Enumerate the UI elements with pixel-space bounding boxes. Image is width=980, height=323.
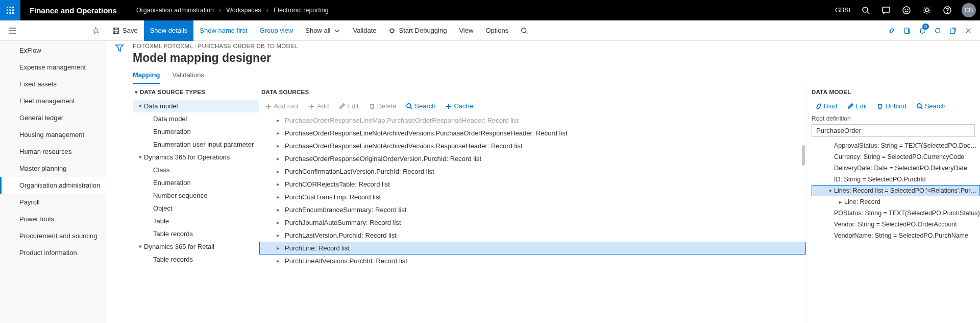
bind-button[interactable]: Bind (812, 101, 841, 111)
show-name-first-button[interactable]: Show name first (193, 20, 253, 41)
attachments-button[interactable] (899, 20, 915, 41)
options-button[interactable]: Options (479, 20, 514, 41)
expander-icon[interactable]: ▸ (275, 206, 282, 213)
tree-row[interactable]: Enumeration (133, 125, 259, 138)
tree-row[interactable]: ▸PurchaseOrderResponseLineNotArchivedVer… (259, 140, 806, 152)
nav-item[interactable]: General ledger (0, 109, 106, 126)
add-button[interactable]: Add (305, 101, 333, 111)
close-button[interactable] (961, 20, 976, 41)
expander-icon[interactable]: ▸ (275, 143, 282, 149)
expander-icon[interactable]: ▸ (275, 258, 282, 264)
tree-row[interactable]: ▸PurchLineAllVersions.PurchId: Record li… (259, 255, 806, 267)
tree-row[interactable]: Enumeration user input parameter (133, 138, 259, 151)
tree-row[interactable]: Enumeration (133, 176, 259, 189)
tree-row[interactable]: ▸PurchJournalAutoSummary: Record list (259, 216, 806, 229)
nav-item[interactable]: Organisation administration (0, 177, 106, 194)
validate-button[interactable]: Validate (347, 20, 382, 41)
tree-row[interactable]: ▸PurchaseOrderResponseLineMap.PurchaseOr… (259, 114, 806, 127)
scrollbar-thumb[interactable] (802, 145, 805, 166)
expander-icon[interactable]: ▸ (275, 194, 282, 200)
cache-button[interactable]: Cache (442, 101, 477, 111)
tree-row[interactable]: ID: String = SelectedPO.PurchId (812, 174, 980, 185)
company-selector[interactable]: GBSI (830, 7, 855, 14)
avatar[interactable]: CB (962, 3, 976, 17)
tree-row[interactable]: Vendor: String = SelectedPO.OrderAccount (812, 219, 980, 230)
tab-mapping[interactable]: Mapping (133, 68, 160, 84)
tree-row[interactable]: ▸PurchaseOrderResponseLineNotArchivedVer… (259, 127, 806, 140)
pin-icon[interactable] (93, 27, 100, 34)
tree-row[interactable]: ▸PurchCORRejectsTable: Record list (259, 178, 806, 191)
nav-item[interactable]: Fleet management (0, 93, 106, 109)
tree-row[interactable]: ▸PurchaseOrderResponseOriginalOrderVersi… (259, 152, 806, 165)
tree-row[interactable]: Object (133, 202, 259, 215)
delete-button[interactable]: Delete (365, 101, 401, 111)
breadcrumb-item[interactable]: Electronic reporting (274, 7, 329, 14)
data-source-types-tree[interactable]: ▾Data modelData modelEnumerationEnumerat… (133, 100, 259, 323)
nav-item[interactable]: Payroll (0, 194, 106, 211)
hamburger-button[interactable] (0, 20, 24, 41)
breadcrumb-item[interactable]: Workspaces (226, 7, 261, 14)
expander-icon[interactable]: ▾ (137, 103, 144, 109)
unbind-button[interactable]: Unbind (873, 101, 910, 111)
nav-item[interactable]: ExFlow (0, 42, 106, 59)
link-button[interactable] (884, 20, 899, 41)
tree-row[interactable]: ▸PurchConfirmationLastVersion.PurchId: R… (259, 165, 806, 178)
start-debugging-button[interactable]: Start Debugging (382, 20, 453, 41)
app-launcher-button[interactable] (0, 0, 20, 20)
nav-item[interactable]: Power tools (0, 211, 106, 227)
show-details-button[interactable]: Show details (144, 20, 194, 41)
tree-row[interactable]: DeliveryDate: Date = SelectedPO.Delivery… (812, 163, 980, 174)
data-sources-tree[interactable]: ▸PurchaseOrderResponseLineMap.PurchaseOr… (259, 114, 806, 323)
expander-icon[interactable]: ▸ (275, 155, 282, 162)
edit-button[interactable]: Edit (335, 101, 362, 111)
tree-row[interactable]: ▾Dynamics 365 for Retail (133, 240, 259, 253)
tree-row[interactable]: ApprovalStatus: String = TEXT(SelectedPO… (812, 140, 980, 151)
show-all-dropdown[interactable]: Show all (299, 20, 347, 41)
search-button[interactable] (855, 0, 876, 20)
nav-item[interactable]: Master planning (0, 160, 106, 177)
tree-row[interactable]: VendorName: String = SelectedPO.PurchNam… (812, 230, 980, 241)
data-model-tree[interactable]: ApprovalStatus: String = TEXT(SelectedPO… (806, 140, 980, 241)
tree-row[interactable]: ▾Dynamics 365 for Operations (133, 151, 259, 164)
expander-icon[interactable]: ▾ (137, 243, 144, 250)
view-button[interactable]: View (453, 20, 479, 41)
expander-icon[interactable]: ▸ (837, 199, 844, 205)
add-root-button[interactable]: Add root (261, 101, 303, 111)
breadcrumb-item[interactable]: Organisation administration (136, 7, 214, 14)
tree-row[interactable]: Class (133, 164, 259, 176)
tree-row[interactable]: ▸Line: Record (812, 196, 980, 207)
settings-button[interactable] (917, 0, 937, 20)
messages-button[interactable] (876, 0, 896, 20)
feedback-button[interactable] (896, 0, 917, 20)
expander-icon[interactable]: ▸ (275, 130, 282, 136)
expander-icon[interactable]: ▸ (275, 245, 282, 251)
tree-row[interactable]: ▸PurchEncumbranceSummary: Record list (259, 203, 806, 216)
edit-button[interactable]: Edit (843, 101, 871, 111)
tab-validations[interactable]: Validations (172, 68, 204, 84)
tree-row[interactable]: ▾Data model (133, 100, 259, 112)
nav-item[interactable]: Procurement and sourcing (0, 227, 106, 244)
find-button[interactable] (514, 20, 534, 41)
expander-icon[interactable]: ▾ (137, 154, 144, 160)
nav-item[interactable]: Housing management (0, 126, 106, 143)
tree-row[interactable]: Table records (133, 227, 259, 240)
tree-row[interactable]: ▸PurchCostTransTmp: Record list (259, 191, 806, 203)
tree-row[interactable]: Table (133, 215, 259, 227)
nav-item[interactable]: Human resources (0, 143, 106, 160)
nav-item[interactable]: Expense management (0, 59, 106, 76)
expander-icon[interactable]: ▸ (275, 219, 282, 226)
tree-row[interactable]: Currency: String = SelectedPO.CurrencyCo… (812, 151, 980, 163)
tree-row[interactable]: Table records (133, 253, 259, 266)
expander-icon[interactable]: ▸ (275, 168, 282, 175)
nav-item[interactable]: Product information (0, 244, 106, 261)
tree-row[interactable]: POStatus: String = TEXT(SelectedPO.Purch… (812, 207, 980, 219)
expander-icon[interactable]: ▸ (275, 181, 282, 188)
filter-button[interactable] (115, 44, 124, 54)
help-button[interactable] (937, 0, 958, 20)
refresh-button[interactable] (930, 20, 945, 41)
tree-row[interactable]: ▸PurchLastVersion.PurchId: Record list (259, 229, 806, 242)
tree-row[interactable]: Number sequence (133, 189, 259, 202)
group-view-button[interactable]: Group view (254, 20, 300, 41)
nav-item[interactable]: Fixed assets (0, 76, 106, 93)
search-button[interactable]: Search (402, 101, 439, 111)
